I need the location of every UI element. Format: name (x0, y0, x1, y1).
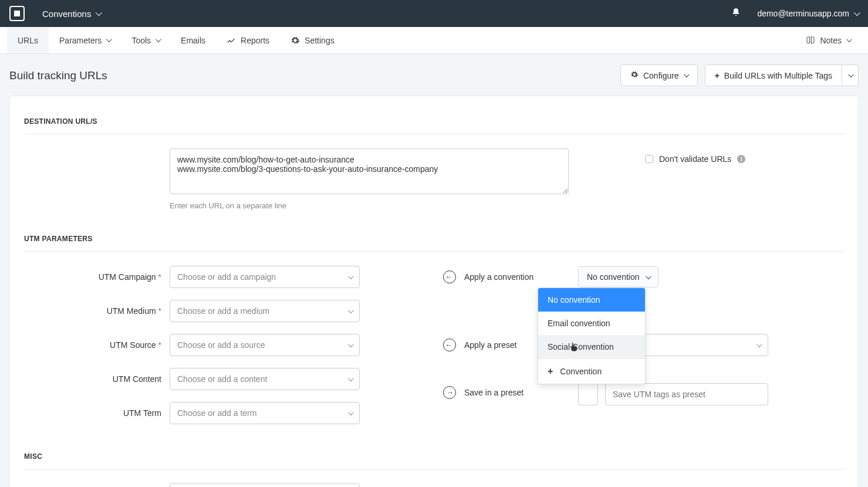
chevron-down-icon (854, 9, 860, 16)
utm-term-label: UTM Term (24, 408, 170, 418)
logo-icon[interactable] (9, 6, 25, 21)
chevron-down-icon (756, 341, 762, 347)
brand-label: Conventions (42, 9, 91, 19)
utm-source-label: UTM Source * (24, 340, 170, 350)
divider (24, 134, 844, 134)
convention-dropdown-menu: No convention Email convention Social Co… (538, 288, 646, 384)
main-form: DESTINATION URL/S Enter each URL on a se… (9, 96, 859, 487)
chevron-down-icon (348, 410, 354, 415)
dont-validate-label: Don't validate URLs (659, 154, 731, 164)
gear-icon (630, 70, 639, 80)
utm-medium-label: UTM Medium * (24, 306, 170, 316)
save-preset-checkbox[interactable] (578, 383, 598, 405)
section-utm: UTM PARAMETERS (10, 229, 858, 246)
arrow-left-icon: ← (443, 339, 456, 351)
nav-urls[interactable]: URLs (7, 27, 49, 53)
top-bar: Conventions demo@terminusapp.com (0, 0, 868, 27)
utm-campaign-select[interactable]: Choose or add a campaign (170, 266, 360, 288)
save-preset-input[interactable] (605, 383, 768, 405)
destination-urls-textarea[interactable] (170, 148, 569, 194)
page-title: Build tracking URLs (9, 69, 107, 82)
chevron-down-icon (348, 273, 354, 279)
convention-select[interactable]: No convention (578, 266, 658, 288)
dropdown-option-social-convention[interactable]: Social Convention (538, 335, 645, 359)
build-urls-dropdown[interactable] (842, 65, 859, 86)
configure-button[interactable]: Configure (620, 65, 698, 86)
brand-dropdown[interactable]: Conventions (42, 9, 100, 19)
nav-reports[interactable]: Reports (216, 27, 280, 53)
chevron-down-icon (96, 9, 102, 16)
nav-emails[interactable]: Emails (170, 27, 216, 53)
plus-icon: + (715, 71, 720, 80)
utm-campaign-label: UTM Campaign * (24, 272, 170, 282)
dropdown-option-no-convention[interactable]: No convention (538, 288, 645, 312)
notifications-icon[interactable] (731, 8, 741, 19)
divider (24, 469, 844, 469)
nav-settings[interactable]: Settings (280, 27, 345, 53)
dropdown-option-email-convention[interactable]: Email convention (538, 312, 645, 335)
empty-label (24, 148, 170, 154)
chevron-down-icon (106, 36, 112, 42)
utm-content-label: UTM Content (24, 374, 170, 384)
divider (24, 251, 844, 252)
main-nav: URLs Parameters Tools Emails Reports Set… (0, 27, 868, 54)
chevron-down-icon (348, 341, 354, 347)
section-misc: MISC (10, 447, 858, 464)
chevron-down-icon (846, 36, 852, 42)
book-icon (806, 36, 815, 45)
info-icon[interactable]: i (737, 155, 745, 163)
arrow-right-icon: → (443, 386, 456, 399)
section-destination: DESTINATION URL/S (10, 111, 858, 129)
nav-notes[interactable]: Notes (795, 27, 861, 53)
apply-convention-label: Apply a convention (464, 272, 533, 282)
chevron-down-icon (848, 72, 854, 77)
chevron-down-icon (156, 36, 161, 42)
chevron-down-icon (348, 307, 354, 313)
page-header: Build tracking URLs Configure + Build UR… (0, 54, 868, 96)
chevron-down-icon (348, 376, 354, 381)
gear-icon (291, 36, 300, 45)
utm-medium-select[interactable]: Choose or add a medium (170, 300, 360, 322)
redirect-codes-input[interactable]: Add redirect/retargeting codes (170, 483, 360, 487)
plus-icon: + (548, 366, 553, 377)
build-urls-button[interactable]: + Build URLs with Multiple Tags (705, 65, 842, 86)
dropdown-option-add-convention[interactable]: + Convention (538, 359, 645, 384)
utm-content-select[interactable]: Choose or add a content (170, 368, 360, 390)
arrow-left-icon: ← (443, 270, 456, 283)
destination-help-text: Enter each URL on a separate line (170, 201, 569, 210)
apply-preset-label: Apply a preset (464, 340, 517, 350)
dont-validate-checkbox[interactable] (645, 155, 653, 163)
chart-icon (227, 36, 236, 45)
save-preset-label: Save in a preset (464, 388, 523, 397)
user-menu[interactable]: demo@terminusapp.com (757, 9, 859, 18)
user-email-label: demo@terminusapp.com (757, 9, 849, 18)
nav-tools[interactable]: Tools (121, 27, 170, 53)
utm-source-select[interactable]: Choose or add a source (170, 334, 360, 356)
nav-parameters[interactable]: Parameters (49, 27, 121, 53)
chevron-down-icon (684, 72, 690, 77)
utm-term-select[interactable]: Choose or add a term (170, 402, 360, 424)
chevron-down-icon (645, 273, 651, 279)
